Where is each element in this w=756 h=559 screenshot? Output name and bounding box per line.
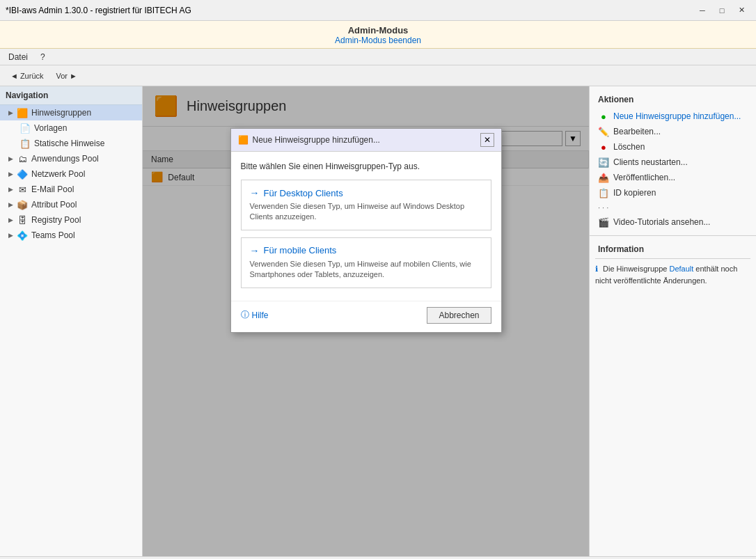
help-circle-icon: ⓘ (241, 309, 249, 321)
titlebar-title: *IBI-aws Admin 1.30.0 - registriert für … (6, 6, 191, 15)
publish-icon: 📤 (598, 172, 609, 183)
modal-option-mobile[interactable]: → Für mobile Clients Verwenden Sie diese… (241, 237, 491, 288)
modal-help-link[interactable]: ⓘ Hilfe (241, 309, 269, 321)
sidebar-label-attribut: Attribut Pool (31, 200, 77, 210)
help-link-label: Hilfe (252, 310, 269, 320)
sidebar-item-anwendungs[interactable]: ▶ 🗂 Anwendungs Pool (0, 151, 142, 166)
attribut-icon: 📦 (17, 199, 28, 210)
expand-arrow-icon-7: ▶ (8, 232, 13, 239)
info-header: Information (595, 242, 750, 259)
sidebar-label-email: E-Mail Pool (31, 184, 74, 194)
forward-button[interactable]: Vor ► (52, 70, 82, 82)
titlebar: *IBI-aws Admin 1.30.0 - registriert für … (0, 0, 756, 21)
maximize-button[interactable]: □ (713, 3, 731, 17)
sidebar: Navigation ▶ 🟧 Hinweisgruppen 📄 Vorlagen… (0, 86, 143, 556)
sidebar-label-registry: Registry Pool (31, 215, 81, 225)
desktop-option-desc: Verwenden Sie diesen Typ, um Hinweise au… (250, 201, 482, 223)
action-add[interactable]: ● Neue Hinweisgruppe hinzufügen... (590, 109, 756, 124)
expand-arrow-icon-5: ▶ (8, 201, 13, 208)
action-publish[interactable]: 📤 Veröffentlichen... (590, 170, 756, 185)
minimize-button[interactable]: ─ (693, 3, 711, 17)
expand-arrow-icon: ▶ (8, 109, 13, 116)
copy-id-icon: 📋 (598, 187, 609, 198)
action-edit[interactable]: ✏️ Bearbeiten... (590, 124, 756, 139)
modal-titlebar: 🟧 Neue Hinweisgruppe hinzufügen... ✕ (231, 129, 501, 152)
back-button[interactable]: ◄ Zurück (6, 70, 49, 82)
action-tutorials-label: Video-Tutorials ansehen... (613, 217, 710, 227)
anwendungs-icon: 🗂 (17, 153, 28, 164)
desktop-option-label: Für Desktop Clients (264, 188, 343, 198)
action-copy-id-label: ID kopieren (613, 188, 656, 198)
toolbar: ◄ Zurück Vor ► (0, 65, 756, 86)
menubar: Datei ? (0, 49, 756, 65)
modal-option-desktop[interactable]: → Für Desktop Clients Verwenden Sie dies… (241, 180, 491, 230)
modal-body: Bitte wählen Sie einen Hinweisgruppen-Ty… (231, 152, 501, 301)
vorlagen-icon: 📄 (19, 123, 31, 134)
action-copy-id[interactable]: 📋 ID kopieren (590, 185, 756, 200)
sidebar-item-teams[interactable]: ▶ 💠 Teams Pool (0, 228, 142, 243)
sidebar-item-netzwerk[interactable]: ▶ 🔷 Netzwerk Pool (0, 166, 142, 182)
info-link[interactable]: Default (669, 265, 693, 273)
sidebar-item-hinweisgruppen[interactable]: ▶ 🟧 Hinweisgruppen (0, 105, 142, 120)
sidebar-item-registry[interactable]: ▶ 🗄 Registry Pool (0, 212, 142, 228)
menu-datei[interactable]: Datei (3, 51, 33, 63)
expand-arrow-icon-6: ▶ (8, 216, 13, 223)
admin-mode-link[interactable]: Admin-Modus beenden (335, 36, 421, 45)
admin-mode-title: Admin-Modus (0, 25, 756, 36)
mobile-arrow-icon: → (250, 245, 260, 256)
modal-option-mobile-title: → Für mobile Clients (250, 245, 482, 256)
info-icon: ℹ (595, 265, 598, 273)
mobile-option-label: Für mobile Clients (264, 245, 337, 255)
sidebar-label-vorlagen: Vorlagen (34, 123, 67, 133)
actions-header: Aktionen (590, 92, 756, 109)
modal-overlay: 🟧 Neue Hinweisgruppe hinzufügen... ✕ Bit… (143, 86, 589, 556)
modal-cancel-button[interactable]: Abbrechen (427, 307, 491, 324)
restart-icon: 🔄 (598, 157, 609, 168)
modal-title-icon: 🟧 (238, 135, 249, 145)
sidebar-label-statische: Statische Hinweise (34, 139, 104, 148)
sidebar-item-statische[interactable]: 📋 Statische Hinweise (0, 136, 142, 151)
modal-dialog: 🟧 Neue Hinweisgruppe hinzufügen... ✕ Bit… (230, 128, 502, 333)
sidebar-label-hinweisgruppen: Hinweisgruppen (31, 108, 91, 118)
sidebar-item-attribut[interactable]: ▶ 📦 Attribut Pool (0, 197, 142, 212)
sidebar-item-email[interactable]: ▶ ✉ E-Mail Pool (0, 182, 142, 197)
main-layout: Navigation ▶ 🟧 Hinweisgruppen 📄 Vorlagen… (0, 86, 756, 556)
expand-arrow-icon-2: ▶ (8, 155, 13, 162)
back-arrow-icon: ◄ (10, 72, 18, 80)
forward-label: Vor (56, 72, 68, 80)
statische-icon: 📋 (19, 138, 31, 149)
sidebar-header: Navigation (0, 86, 142, 105)
expand-arrow-icon-3: ▶ (8, 171, 13, 178)
action-restart-label: Clients neustarten... (613, 157, 688, 167)
action-publish-label: Veröffentlichen... (613, 173, 675, 182)
modal-option-desktop-title: → Für Desktop Clients (250, 187, 482, 198)
action-delete[interactable]: ● Löschen (590, 139, 756, 155)
right-panel: Aktionen ● Neue Hinweisgruppe hinzufügen… (589, 86, 756, 556)
delete-icon: ● (598, 141, 609, 152)
modal-close-button[interactable]: ✕ (480, 133, 494, 147)
forward-arrow-icon: ► (70, 72, 77, 80)
add-icon: ● (598, 111, 609, 122)
content-area: 🟧 Hinweisgruppen ▼ Name Veröffentlichung… (143, 86, 589, 556)
actions-more-dots: · · · (590, 200, 756, 214)
sidebar-item-vorlagen[interactable]: 📄 Vorlagen (0, 120, 142, 136)
close-button[interactable]: ✕ (732, 3, 750, 17)
back-label: Zurück (20, 72, 44, 80)
action-edit-label: Bearbeiten... (613, 127, 661, 136)
action-add-label: Neue Hinweisgruppe hinzufügen... (613, 111, 741, 121)
action-delete-label: Löschen (613, 142, 645, 152)
admin-banner: Admin-Modus Admin-Modus beenden (0, 21, 756, 49)
info-panel: Information ℹ Die Hinweisgruppe Default … (590, 236, 756, 556)
hinweisgruppen-icon: 🟧 (17, 107, 28, 118)
info-text-before: Die Hinweisgruppe (603, 265, 669, 273)
titlebar-controls: ─ □ ✕ (693, 3, 750, 17)
action-restart[interactable]: 🔄 Clients neustarten... (590, 155, 756, 170)
desktop-arrow-icon: → (250, 187, 260, 198)
netzwerk-icon: 🔷 (17, 168, 28, 180)
actions-panel: Aktionen ● Neue Hinweisgruppe hinzufügen… (590, 86, 756, 236)
menu-help[interactable]: ? (35, 51, 51, 63)
action-tutorials[interactable]: 🎬 Video-Tutorials ansehen... (590, 214, 756, 230)
modal-footer: ⓘ Hilfe Abbrechen (231, 301, 501, 332)
sidebar-label-teams: Teams Pool (31, 230, 75, 240)
email-icon: ✉ (17, 184, 28, 195)
